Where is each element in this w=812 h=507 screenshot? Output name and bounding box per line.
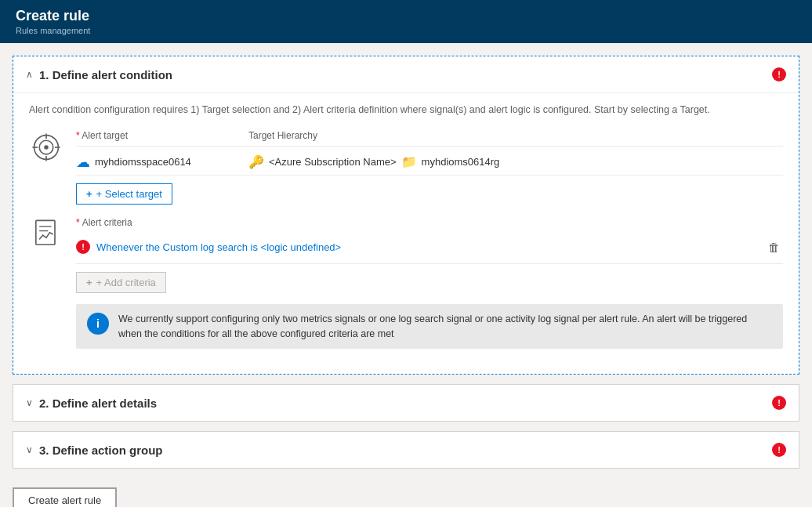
criteria-label-text: Alert criteria — [82, 217, 132, 228]
resource-group-icon: 📁 — [401, 154, 417, 169]
add-criteria-button: + + Add criteria — [76, 272, 166, 293]
required-star: * — [76, 130, 80, 141]
section-define-alert-condition: ∧ 1. Define alert condition ! Alert cond… — [13, 56, 799, 375]
section3-chevron-icon: ∨ — [26, 444, 33, 455]
section1-title: 1. Define alert condition — [39, 68, 172, 81]
delete-criteria-button[interactable]: 🗑 — [765, 237, 783, 257]
resource-group-name: myhdioms0614rg — [422, 156, 500, 168]
section1-error-badge: ! — [772, 67, 786, 81]
alert-criteria-row: * Alert criteria ! Whenever the Custom l… — [29, 217, 783, 349]
section2-error-badge: ! — [772, 396, 786, 410]
target-details: * Alert target Target Hierarchy ☁ myhdio… — [76, 130, 783, 205]
col-header-hierarchy: Target Hierarchy — [248, 130, 317, 141]
page-title: Create rule — [16, 8, 796, 24]
criteria-field-label: * Alert criteria — [76, 217, 783, 228]
select-target-button[interactable]: + + Select target — [76, 183, 172, 205]
target-name-cell: ☁ myhdiomsspace0614 — [76, 154, 248, 171]
section1-chevron-icon: ∧ — [26, 69, 33, 80]
select-target-plus-icon: + — [86, 188, 92, 200]
criteria-item-left: ! Whenever the Custom log search is <log… — [76, 240, 341, 254]
info-banner-text: We currently support configuring only tw… — [118, 312, 772, 342]
section3-header[interactable]: ∨ 3. Define action group ! — [13, 432, 799, 468]
svg-rect-7 — [36, 220, 55, 244]
section1-body: Alert condition configuration requires 1… — [13, 92, 799, 374]
section2-header[interactable]: ∨ 2. Define alert details ! — [13, 385, 799, 421]
delete-icon: 🗑 — [768, 241, 780, 254]
create-alert-rule-button[interactable]: Create alert rule — [13, 487, 117, 507]
add-criteria-label: + Add criteria — [96, 277, 156, 288]
page-content: ∧ 1. Define alert condition ! Alert cond… — [0, 43, 812, 507]
section1-header[interactable]: ∧ 1. Define alert condition ! — [13, 56, 799, 92]
criteria-error-badge: ! — [76, 240, 90, 254]
page-subtitle: Rules management — [16, 26, 796, 35]
target-name: myhdiomsspace0614 — [95, 156, 191, 168]
section3-title: 3. Define action group — [39, 444, 163, 457]
info-banner-icon: i — [87, 313, 109, 335]
section-define-alert-details: ∨ 2. Define alert details ! — [13, 384, 799, 422]
subscription-key-icon: 🔑 — [248, 154, 264, 169]
section2-chevron-icon: ∨ — [26, 397, 33, 408]
select-target-label: + Select target — [96, 188, 162, 200]
criteria-required-star: * — [76, 217, 80, 228]
col-header-alert-target: * Alert target — [76, 130, 248, 141]
criteria-details: * Alert criteria ! Whenever the Custom l… — [76, 217, 783, 349]
section2-title: 2. Define alert details — [39, 397, 157, 410]
section3-header-left: ∨ 3. Define action group — [26, 444, 163, 457]
svg-point-2 — [44, 145, 49, 150]
info-banner: i We currently support configuring only … — [76, 304, 783, 349]
criteria-icon — [29, 217, 63, 252]
alert-target-row: * Alert target Target Hierarchy ☁ myhdio… — [29, 130, 783, 205]
section1-header-left: ∧ 1. Define alert condition — [26, 68, 172, 81]
section2-header-left: ∨ 2. Define alert details — [26, 397, 157, 410]
target-icon — [29, 130, 63, 165]
section-define-action-group: ∨ 3. Define action group ! — [13, 431, 799, 469]
col-header-alert-target-label: Alert target — [82, 130, 128, 141]
section1-info-text: Alert condition configuration requires 1… — [29, 103, 783, 118]
criteria-link[interactable]: Whenever the Custom log search is <logic… — [96, 241, 341, 253]
azure-service-icon: ☁ — [76, 154, 90, 171]
add-criteria-plus-icon: + — [86, 277, 92, 288]
target-data-row: ☁ myhdiomsspace0614 🔑 <Azure Subscriptio… — [76, 150, 783, 176]
criteria-item: ! Whenever the Custom log search is <log… — [76, 231, 783, 264]
page-header: Create rule Rules management — [0, 0, 812, 43]
subscription-name: <Azure Subscription Name> — [269, 156, 397, 168]
hierarchy-cell: 🔑 <Azure Subscription Name> 📁 myhdioms06… — [248, 154, 499, 169]
section3-error-badge: ! — [772, 443, 786, 457]
